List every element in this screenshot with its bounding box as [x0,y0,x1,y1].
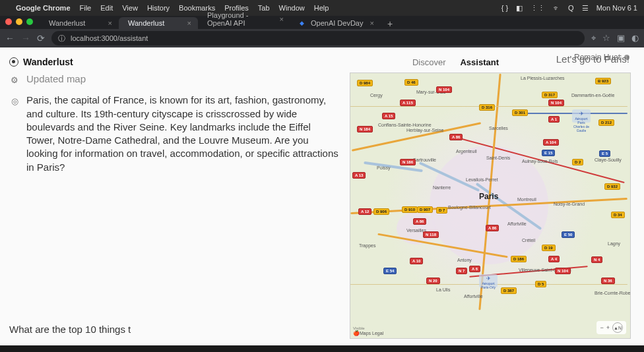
highway-badge: D 906 [373,208,389,215]
reload-button[interactable]: ⟳ [37,33,45,44]
highway-badge: D 910 [402,206,418,213]
browser-tab[interactable]: Playground - OpenAI API× [198,9,290,29]
extensions-icon[interactable]: ▣ [617,33,625,44]
nav-assistant[interactable]: Assistant [460,57,499,67]
highway-badge: D 317 [542,92,558,98]
highway-badge: D 907 [417,206,433,213]
status-braces-icon[interactable]: { } [501,4,508,12]
map-airport-icon: Aéroport Paris-Orly [479,274,498,287]
map-place-label: Aulnay-sous-Bois [522,159,558,163]
highway-badge: N 7 [456,268,467,274]
highway-badge: A 1 [548,116,560,123]
location-icon[interactable]: ⌖ [591,33,596,44]
highway-badge: N 20 [426,278,440,284]
highway-badge: D 212 [598,119,614,126]
highway-badge: D 34 [611,212,625,218]
primary-nav: Discover Assistant [412,57,499,67]
status-wifi-icon[interactable]: ᯤ [553,4,560,12]
app-brand[interactable]: Wanderlust [9,57,73,67]
highway-badge: N 186 [400,159,416,165]
window-controls [5,18,33,25]
map-place-label: Conflans-Sainte-Honorine [378,123,432,127]
highway-badge: A 12 [358,208,371,215]
highway-badge: E 5 [599,150,610,157]
highway-badge: A 10 [410,258,423,264]
close-tab-icon[interactable]: × [370,19,373,27]
map-attrib-text[interactable]: Maps Legal [360,331,383,336]
map-place-label: Levallois-Perret [466,177,498,182]
highway-badge: N 4 [591,256,602,263]
close-tab-icon[interactable]: × [108,19,112,27]
new-tab-button[interactable]: + [381,18,399,29]
highway-badge: A 15 [382,113,395,119]
map-panel[interactable]: Paris Cergy Mary-sur-Oise La Plessis-Luz… [350,73,631,339]
menubar-clock[interactable]: Mon Nov 6 1 [596,4,637,12]
status-wifi-icon[interactable]: ⋮⋮ [531,4,545,13]
profile-icon[interactable]: ◐ [631,33,639,44]
menubar-edit[interactable]: Edit [100,4,113,12]
nav-discover[interactable]: Discover [412,57,446,67]
browser-tab[interactable]: Wanderlust× [40,17,119,29]
map-place-label: La Plessis-Luzarches [521,76,565,80]
highway-badge: N 104 [548,100,564,106]
map-place-label: Nanterre [433,185,451,190]
browser-tab[interactable]: Wanderlust× [119,17,198,29]
compass-icon[interactable]: ▲ N [612,322,623,333]
map-place-label: Montreuil [517,197,536,202]
map-place-label: Sartrouville [413,158,436,162]
highway-badge: A 6 [469,266,480,272]
minimize-window-button[interactable] [16,18,22,25]
close-window-button[interactable] [5,18,12,25]
bookmark-icon[interactable]: ☆ [602,33,610,44]
zoom-out-button[interactable]: − [600,324,603,331]
status-battery-icon[interactable]: ◧ [516,4,523,13]
map-place-label: Trappes [359,243,375,248]
message-text: Updated map [26,73,86,86]
tab-title: Playground - OpenAI API [207,11,273,27]
browser-tab[interactable]: ◆OpenAI DevDay× [290,17,381,29]
airport-label: Aéroport Paris Charles de Gaulle [573,117,589,132]
menubar-app[interactable]: Google Chrome [16,4,71,12]
status-control-center-icon[interactable]: ☰ [582,4,589,13]
menubar-history[interactable]: History [147,4,170,12]
highway-badge: E 54 [383,268,397,274]
tab-title: Wanderlust [128,19,164,27]
map-visible-label: Visible [353,326,383,330]
status-search-icon[interactable]: Q [568,4,574,12]
highway-badge: D 984 [357,80,373,86]
chat-panel: Let's go to Paris! ⚙ Updated map ◎ Paris… [9,73,339,339]
highway-badge: N 104 [436,86,452,93]
highway-badge: A 4 [548,256,560,262]
close-tab-icon[interactable]: × [187,19,191,27]
highway-badge: A 86 [413,218,426,225]
airport-label: Aéroport Paris-Orly [481,281,496,289]
tab-title: OpenAI DevDay [311,19,363,27]
highway-badge: D 301 [512,109,528,116]
highway-badge: A 86 [486,225,499,231]
highway-badge: D 316 [479,104,495,111]
menubar-help[interactable]: Help [314,4,329,12]
close-tab-icon[interactable]: × [280,15,284,23]
site-info-icon[interactable]: ⓘ [58,34,65,44]
menubar-view[interactable]: View [122,4,138,12]
assistant-icon: ◎ [9,96,20,106]
forward-button[interactable]: → [21,33,30,44]
maximize-window-button[interactable] [26,18,33,25]
message-assistant: ◎ Paris, the capital of France, is known… [9,94,339,174]
map-place-label: Claye-Souilly [595,158,622,162]
zoom-in-button[interactable]: + [606,324,610,331]
brand-icon [9,57,18,67]
app-header: Wanderlust Discover Assistant [9,57,631,67]
map-place-label: Herblay-sur-Seine [406,128,443,132]
highway-badge: N 118 [423,231,439,238]
map-place-label: Créteil [522,238,535,243]
map-controls: − + ▲ N [596,321,626,334]
menubar-file[interactable]: File [80,4,92,12]
map-place-label: Argenteuil [456,149,477,154]
map-airport-icon: Aéroport Paris Charles de Gaulle [572,109,591,123]
map-place-label: Noisy-le-Grand [554,202,585,206]
macos-menubar: Google Chrome File Edit View History Boo… [0,0,644,16]
address-bar[interactable]: ⓘ localhost:3000/assistant [51,31,585,45]
composer-input[interactable] [9,320,339,339]
back-button[interactable]: ← [5,33,15,44]
